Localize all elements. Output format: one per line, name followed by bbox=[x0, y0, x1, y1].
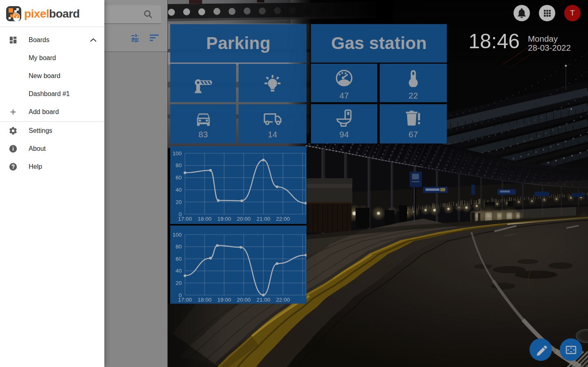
svg-text:19:00: 19:00 bbox=[217, 297, 231, 303]
svg-text:20: 20 bbox=[176, 199, 182, 205]
svg-text:60: 60 bbox=[176, 256, 182, 262]
svg-text:21:00: 21:00 bbox=[257, 216, 270, 222]
svg-text:20: 20 bbox=[176, 280, 182, 286]
svg-text:18:00: 18:00 bbox=[198, 216, 212, 222]
svg-text:80: 80 bbox=[176, 244, 182, 250]
svg-text:20:00: 20:00 bbox=[237, 216, 251, 222]
svg-text:80: 80 bbox=[176, 162, 182, 168]
svg-text:18:00: 18:00 bbox=[198, 297, 212, 303]
svg-text:40: 40 bbox=[176, 268, 182, 274]
svg-text:60: 60 bbox=[176, 175, 182, 181]
svg-text:22:00: 22:00 bbox=[276, 297, 290, 303]
svg-text:100: 100 bbox=[172, 232, 182, 238]
svg-text:21:00: 21:00 bbox=[257, 297, 270, 303]
svg-text:100: 100 bbox=[172, 150, 182, 157]
svg-text:20:00: 20:00 bbox=[237, 297, 251, 303]
svg-text:40: 40 bbox=[176, 187, 182, 193]
svg-text:22:00: 22:00 bbox=[276, 216, 290, 222]
svg-text:17:00: 17:00 bbox=[178, 216, 192, 222]
svg-text:19:00: 19:00 bbox=[217, 216, 231, 222]
svg-text:17:00: 17:00 bbox=[178, 297, 192, 303]
